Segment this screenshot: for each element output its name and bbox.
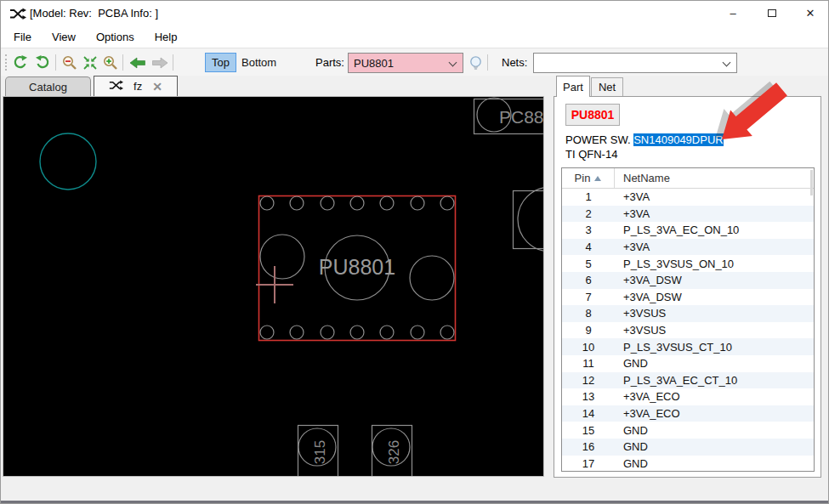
- pin-net-table: Pin NetName 1+3VA2+3VA3P_LS_3VA_EC_ON_10…: [561, 167, 815, 472]
- netname-cell: +3VA_DSW: [615, 291, 682, 303]
- minimize-button[interactable]: –: [715, 1, 751, 25]
- table-row[interactable]: 1+3VA: [562, 189, 814, 206]
- zoom-out-icon[interactable]: [60, 54, 78, 71]
- table-row[interactable]: 16GND: [562, 439, 814, 456]
- close-button[interactable]: ✕: [792, 1, 828, 25]
- tab-part[interactable]: Part: [556, 76, 590, 97]
- sort-ascending-icon: [594, 176, 601, 181]
- part-package: TI QFN-14: [565, 148, 617, 161]
- view-bottom-button[interactable]: Bottom: [236, 53, 282, 72]
- netname-cell: +3VA: [615, 190, 650, 203]
- table-row[interactable]: 3P_LS_3VA_EC_ON_10: [562, 222, 814, 239]
- toolbar: Top Bottom Parts: PU8801 Nets:: [1, 48, 828, 76]
- pin-cell: 15: [562, 424, 615, 437]
- pin-cell: 12: [562, 374, 615, 387]
- netname-cell: +3VA: [615, 241, 650, 253]
- highlight-bulb-icon[interactable]: [467, 54, 485, 72]
- pin-header-label: Pin: [575, 172, 591, 184]
- pin-cell: 5: [562, 258, 615, 270]
- rotate-ccw-icon[interactable]: [11, 54, 29, 71]
- pcb-canvas[interactable]: PC88 PU8801: [3, 96, 544, 477]
- menu-options[interactable]: Options: [96, 31, 134, 43]
- pcba-info-window: [Model: Rev: PCBA Info: ] – ✕ File View …: [0, 0, 829, 504]
- table-row[interactable]: 4+3VA: [562, 239, 814, 256]
- selected-part-label: PU8801: [319, 255, 395, 279]
- shuffle-icon: [109, 80, 123, 93]
- tab-active-net-view[interactable]: fz ✕: [94, 76, 178, 96]
- column-header-netname[interactable]: NetName: [615, 172, 670, 184]
- forward-arrow-icon[interactable]: [150, 54, 168, 71]
- parts-combobox[interactable]: PU8801: [348, 53, 463, 73]
- via-circle-teal[interactable]: [40, 133, 96, 190]
- pin-cell: 8: [562, 307, 615, 320]
- pin-cell: 10: [562, 341, 615, 354]
- netname-cell: GND: [615, 457, 648, 470]
- table-row[interactable]: 17GND: [562, 456, 814, 473]
- view-top-button[interactable]: Top: [205, 53, 236, 72]
- pin-cell: 9: [562, 324, 615, 337]
- netname-cell: GND: [615, 424, 648, 437]
- zoom-fit-icon[interactable]: [81, 54, 99, 71]
- part-description: POWER SW. SN1409049DPUR: [565, 133, 724, 146]
- netname-cell: +3VA: [615, 207, 650, 220]
- netname-cell: GND: [615, 440, 648, 453]
- table-row[interactable]: 11GND: [562, 355, 814, 372]
- netname-cell: P_LS_3VA_EC_ON_10: [615, 224, 739, 236]
- nets-combobox[interactable]: [533, 53, 737, 73]
- pin-cell: 11: [562, 357, 615, 370]
- back-arrow-icon[interactable]: [128, 54, 146, 71]
- table-row[interactable]: 13+3VA_ECO: [562, 388, 814, 405]
- pin-cell: 16: [562, 440, 615, 453]
- document-tab-strip: Catalog fz ✕: [3, 76, 547, 96]
- toolbar-separator: [173, 54, 173, 71]
- table-scrollbar[interactable]: [810, 170, 813, 195]
- menu-view[interactable]: View: [52, 31, 76, 43]
- table-row[interactable]: 10P_LS_3VSUS_CT_10: [562, 338, 814, 355]
- netname-cell: GND: [615, 357, 648, 370]
- table-row[interactable]: 14+3VA_ECO: [562, 405, 814, 422]
- part-326-label: 326: [386, 440, 402, 464]
- zoom-in-icon[interactable]: [101, 54, 119, 71]
- netname-cell: +3VSUS: [615, 324, 666, 337]
- pin-cell: 7: [562, 291, 615, 303]
- table-row[interactable]: 7+3VA_DSW: [562, 289, 814, 306]
- parts-value: PU8801: [354, 57, 394, 70]
- menu-file[interactable]: File: [14, 31, 31, 43]
- table-header: Pin NetName: [562, 168, 814, 189]
- pin-table-body: 1+3VA2+3VA3P_LS_3VA_EC_ON_104+3VA5P_LS_3…: [562, 189, 814, 472]
- table-row[interactable]: 5P_LS_3VSUS_ON_10: [562, 255, 814, 272]
- pin-cell: 1: [562, 190, 615, 203]
- table-row[interactable]: 6+3VA_DSW: [562, 272, 814, 289]
- toolbar-gripper[interactable]: [5, 54, 7, 71]
- part-315-label: 315: [312, 440, 328, 464]
- table-row[interactable]: 9+3VSUS: [562, 322, 814, 339]
- description-prefix: POWER SW.: [565, 133, 633, 146]
- chevron-down-icon: [449, 59, 457, 67]
- maximize-icon: [768, 9, 776, 17]
- tab-close-icon[interactable]: ✕: [152, 80, 162, 93]
- column-header-pin[interactable]: Pin: [562, 168, 615, 188]
- tab-catalog[interactable]: Catalog: [5, 76, 91, 96]
- part-number-highlighted[interactable]: SN1409049DPUR: [633, 133, 724, 146]
- taskbar-edge: [1, 501, 828, 504]
- maximize-button[interactable]: [754, 1, 790, 25]
- pin-cell: 14: [562, 407, 615, 420]
- table-row[interactable]: 2+3VA: [562, 206, 814, 223]
- table-row[interactable]: 8+3VSUS: [562, 305, 814, 322]
- part-right-edge[interactable]: [514, 187, 544, 252]
- rotate-cw-icon[interactable]: [33, 54, 51, 71]
- nets-label: Nets:: [502, 56, 527, 69]
- tab-net[interactable]: Net: [591, 77, 623, 96]
- netname-cell: P_LS_3VA_EC_CT_10: [615, 374, 737, 387]
- selected-part-pu8801[interactable]: PU8801: [256, 196, 456, 341]
- pin-cell: 13: [562, 390, 615, 403]
- netname-cell: +3VA_ECO: [615, 390, 680, 403]
- netname-cell: +3VA_DSW: [615, 274, 682, 286]
- table-row[interactable]: 15GND: [562, 422, 814, 439]
- app-shuffle-icon: [9, 8, 26, 23]
- menu-help[interactable]: Help: [155, 31, 178, 43]
- part-info-panel: PU8801 POWER SW. SN1409049DPUR TI QFN-14…: [554, 96, 821, 478]
- pin-cell: 4: [562, 241, 615, 253]
- part-refdes-button[interactable]: PU8801: [565, 104, 620, 126]
- table-row[interactable]: 12P_LS_3VA_EC_CT_10: [562, 372, 814, 389]
